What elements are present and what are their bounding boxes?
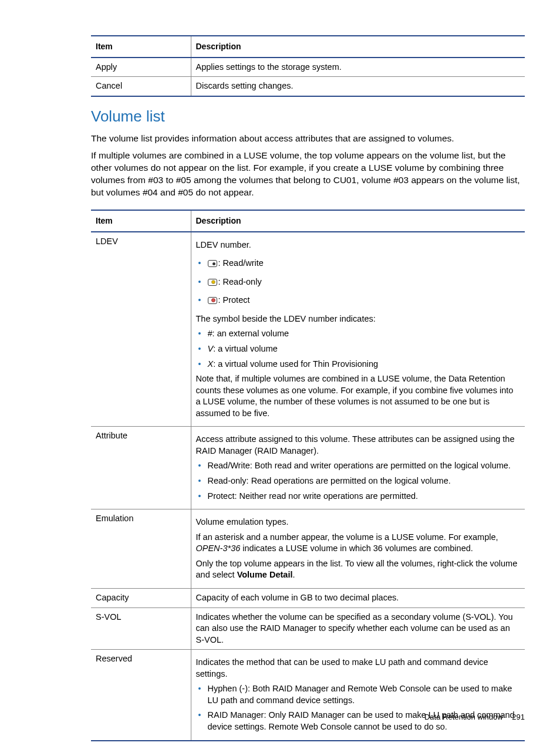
table-row-svol: S-VOL Indicates whether the volume can b… [91, 607, 525, 650]
capacity-label: Capacity [91, 588, 191, 607]
list-item: Protect: Neither read nor write operatio… [198, 491, 521, 502]
reserved-label: Reserved [91, 650, 191, 741]
reserved-line1: Indicates the method that can be used to… [196, 657, 521, 680]
table-row-reserved: Reserved Indicates the method that can b… [91, 650, 525, 741]
list-item: : Protect [198, 295, 521, 306]
emulation-line1: Volume emulation types. [196, 517, 521, 528]
ldev-rw-label: : Read/write [218, 258, 264, 268]
table-row-ldev: LDEV LDEV number. : Read/write : Read-on… [91, 232, 525, 427]
svol-desc: Indicates whether the volume can be spec… [191, 607, 525, 650]
table-row-attribute: Attribute Access attribute assigned to t… [91, 427, 525, 509]
reserved-desc: Indicates the method that can be used to… [191, 650, 525, 741]
ldev-sym-x: X [208, 359, 214, 369]
list-item: X: a virtual volume used for Thin Provis… [198, 359, 521, 370]
table1-header-desc: Description [191, 36, 525, 58]
footer-page-number: 291 [512, 713, 525, 721]
list-item: : Read/write [198, 258, 521, 269]
drive-rw-icon [208, 260, 217, 267]
emulation-label: Emulation [91, 509, 191, 589]
intro-paragraph-2: If multiple volumes are combined in a LU… [91, 150, 525, 199]
table1-desc-cancel: Discards setting changes. [191, 77, 525, 96]
emulation-line2a: If an asterisk and a number appear, the … [196, 532, 498, 542]
ldev-icon-list: : Read/write : Read-only : Protect [196, 258, 521, 306]
table1-item-cancel: Cancel [91, 77, 191, 96]
emulation-line3-bold: Volume Detail [237, 570, 293, 579]
emulation-line2b: indicates a LUSE volume in which 36 volu… [240, 544, 473, 553]
emulation-line3b: . [292, 570, 295, 579]
emulation-desc: Volume emulation types. If an asterisk a… [191, 509, 525, 589]
table1-header-item: Item [91, 36, 191, 58]
list-item: : Read-only [198, 276, 521, 288]
table2-header-desc: Description [191, 210, 525, 232]
ldev-line2: The symbol beside the LDEV number indica… [196, 313, 521, 325]
emulation-line2: If an asterisk and a number appear, the … [196, 532, 521, 555]
drive-protect-icon [208, 297, 217, 304]
list-item: Read-only: Read operations are permitted… [198, 475, 521, 487]
ldev-sym-hash-text: : an external volume [212, 329, 289, 338]
list-item: #: an external volume [198, 328, 521, 340]
ldev-line1: LDEV number. [196, 239, 521, 251]
footer-title: Data Retention window [424, 713, 503, 721]
ldev-note: Note that, if multiple volumes are combi… [196, 373, 521, 419]
ldev-sym-x-text: : a virtual volume used for Thin Provisi… [213, 359, 378, 369]
table2-header-item: Item [91, 210, 191, 232]
attribute-desc: Access attribute assigned to this volume… [191, 427, 525, 509]
ldev-sym-v: V [208, 344, 214, 353]
section-heading-volume-list: Volume list [91, 106, 525, 127]
ldev-ro-label: : Read-only [218, 277, 262, 286]
list-item: Read/Write: Both read and writer operati… [198, 460, 521, 472]
list-item: Hyphen (-): Both RAID Manager and Remote… [198, 683, 521, 706]
svol-label: S-VOL [91, 607, 191, 650]
table-row: Apply Applies settings to the storage sy… [91, 58, 525, 77]
ldev-sym-hash: # [208, 329, 212, 338]
ldev-symbol-list: #: an external volume V: a virtual volum… [196, 328, 521, 370]
table1-item-apply: Apply [91, 58, 191, 77]
table-row-emulation: Emulation Volume emulation types. If an … [91, 509, 525, 589]
volume-list-table: Item Description LDEV LDEV number. : Rea… [91, 210, 525, 741]
ldev-sym-v-text: : a virtual volume [213, 344, 278, 353]
ldev-label: LDEV [91, 232, 191, 427]
list-item: V: a virtual volume [198, 343, 521, 355]
apply-cancel-table: Item Description Apply Applies settings … [91, 35, 525, 97]
page-footer: Data Retention window 291 [424, 712, 525, 723]
intro-paragraph-1: The volume list provides information abo… [91, 133, 525, 145]
table-row: Cancel Discards setting changes. [91, 77, 525, 96]
table-row-capacity: Capacity Capacity of each volume in GB t… [91, 588, 525, 607]
emulation-line2-em: OPEN-3*36 [196, 544, 241, 553]
emulation-line3: Only the top volume appears in the list.… [196, 558, 521, 581]
attribute-bullets: Read/Write: Both read and writer operati… [196, 460, 521, 502]
drive-ro-icon [208, 279, 217, 286]
ldev-pr-label: : Protect [218, 295, 250, 305]
ldev-desc: LDEV number. : Read/write : Read-only : … [191, 232, 525, 427]
attribute-line1: Access attribute assigned to this volume… [196, 434, 521, 457]
attribute-label: Attribute [91, 427, 191, 509]
table1-desc-apply: Applies settings to the storage system. [191, 58, 525, 77]
reserved-bullets: Hyphen (-): Both RAID Manager and Remote… [196, 683, 521, 733]
capacity-desc: Capacity of each volume in GB to two dec… [191, 588, 525, 607]
